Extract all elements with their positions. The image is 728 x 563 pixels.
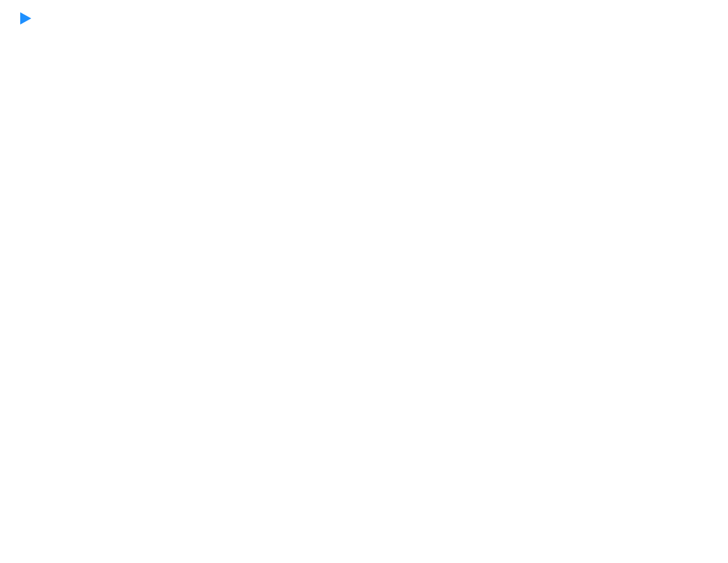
logo [18,12,31,22]
page-header [18,12,710,22]
logo-arrow-icon [20,12,31,25]
